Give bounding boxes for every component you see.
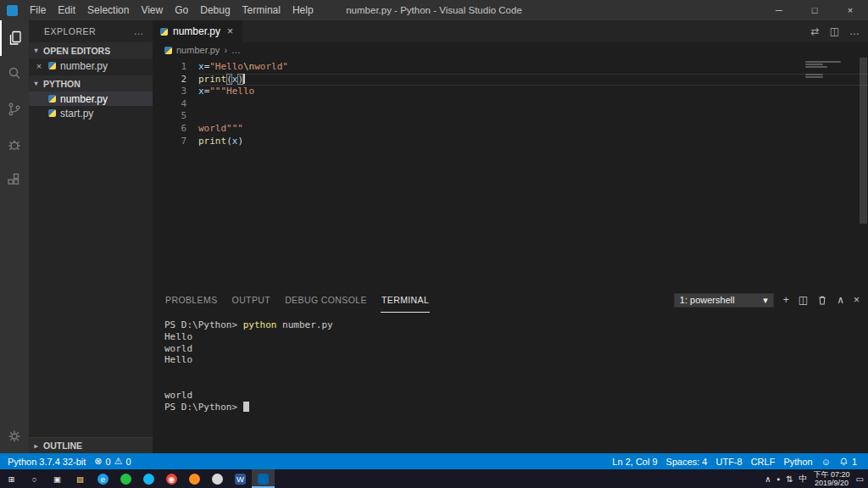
line-number[interactable]: 4 [153, 98, 186, 111]
bell-icon [839, 457, 849, 467]
code-line[interactable]: 5 [153, 110, 868, 123]
split-editor-icon[interactable]: ◫ [830, 25, 839, 37]
code-line[interactable]: 6world""" [153, 123, 868, 136]
search-icon[interactable]: ○ [23, 469, 46, 488]
explorer-actions-icon[interactable]: … [134, 25, 145, 37]
encoding-status[interactable]: UTF-8 [711, 457, 746, 467]
breadcrumb-symbol[interactable]: … [231, 45, 241, 55]
line-content [198, 98, 868, 111]
python-icon [160, 28, 168, 36]
maximize-panel-icon[interactable]: ∧ [837, 294, 844, 306]
menu-debug[interactable]: Debug [194, 0, 236, 20]
file-explorer-icon[interactable]: ▤ [69, 469, 92, 488]
open-editor-item-number-py[interactable]: × number.py [29, 58, 153, 73]
chevron-down-icon: ▾ [763, 295, 768, 306]
line-number[interactable]: 7 [153, 136, 186, 148]
menu-file[interactable]: File [24, 0, 52, 20]
folder-python-header[interactable]: ▾ PYTHON [29, 75, 153, 92]
language-mode-status[interactable]: Python [779, 457, 816, 467]
indentation-status[interactable]: Spaces: 4 [662, 457, 712, 467]
line-number[interactable]: 2 [153, 74, 186, 86]
code-line[interactable]: 2print(x) [153, 74, 868, 86]
line-number[interactable]: 3 [153, 86, 186, 98]
terminal-shell-select[interactable]: 1: powershell ▾ [674, 293, 774, 308]
edge-icon[interactable]: e [92, 469, 114, 488]
notifications-bell[interactable]: 1 [835, 457, 861, 467]
panel-tab-output[interactable]: OUTPUT [231, 287, 272, 313]
menu-view[interactable]: View [135, 0, 169, 20]
blue-app-icon[interactable] [137, 469, 160, 488]
line-number[interactable]: 6 [153, 123, 186, 136]
split-terminal-icon[interactable]: ◫ [798, 294, 808, 306]
file-item-start-py[interactable]: start.py [29, 106, 153, 120]
cursor-position-status[interactable]: Ln 2, Col 9 [608, 457, 661, 467]
python-interpreter-status[interactable]: Python 3.7.4 32-bit [3, 457, 90, 467]
file-item-number-py[interactable]: number.py [29, 92, 153, 106]
tab-number-py[interactable]: number.py × [153, 20, 242, 42]
menu-go[interactable]: Go [169, 0, 194, 20]
eol-status[interactable]: CRLF [747, 457, 780, 467]
line-number[interactable]: 5 [153, 110, 186, 123]
taskbar-clock[interactable]: 下午 07:20 2019/9/20 [814, 470, 850, 487]
code-line[interactable]: 3x="""Hello [153, 86, 868, 98]
more-actions-icon[interactable]: … [849, 25, 860, 37]
line-content: print(x) [198, 74, 868, 86]
menu-edit[interactable]: Edit [52, 0, 81, 20]
minimize-button[interactable]: ─ [761, 0, 797, 20]
code-editor[interactable]: 1x="Hello\nworld"2print(x)3x="""Hello456… [153, 58, 868, 287]
close-panel-icon[interactable]: × [854, 294, 860, 306]
line-number[interactable]: 1 [153, 61, 186, 74]
code-line[interactable]: 4 [153, 98, 868, 111]
search-icon[interactable] [0, 56, 29, 92]
menu-terminal[interactable]: Terminal [236, 0, 287, 20]
problems-status[interactable]: ⊗ 0 ⚠ 0 [90, 456, 135, 467]
panel-tab-problems[interactable]: PROBLEMS [164, 287, 219, 313]
open-editors-header[interactable]: ▾ OPEN EDITORS [29, 42, 153, 58]
code-line[interactable]: 1x="Hello\nworld" [153, 61, 868, 74]
input-method-indicator[interactable]: 中 [799, 473, 808, 485]
code-line[interactable]: 7print(x) [153, 136, 868, 148]
network-icon[interactable]: ⇅ [786, 474, 793, 484]
new-terminal-icon[interactable]: + [783, 294, 789, 306]
firefox-icon[interactable] [183, 469, 206, 488]
panel-tabs: PROBLEMSOUTPUTDEBUG CONSOLETERMINAL [164, 287, 442, 313]
line-content: world""" [198, 123, 868, 136]
tray-chevron-icon[interactable]: ∧ [765, 474, 771, 484]
outline-header[interactable]: ▸ OUTLINE [29, 437, 153, 453]
breadcrumb-file[interactable]: number.py [176, 45, 220, 55]
start-icon[interactable]: ⊞ [0, 469, 23, 488]
minimap[interactable] [805, 61, 854, 79]
line-content: x="""Hello [198, 86, 868, 98]
kill-terminal-icon[interactable] [817, 295, 827, 306]
debug-icon[interactable] [0, 127, 29, 163]
task-view-icon[interactable]: ▣ [46, 469, 69, 488]
editor-scrollbar[interactable] [860, 58, 867, 224]
chrome-icon[interactable]: ◉ [160, 469, 183, 488]
code-lines: 1x="Hello\nworld"2print(x)3x="""Hello456… [153, 61, 868, 147]
tab-close-icon[interactable]: × [227, 25, 233, 37]
outline-label: OUTLINE [43, 441, 82, 451]
explorer-icon[interactable] [0, 20, 29, 56]
panel-tab-terminal[interactable]: TERMINAL [381, 287, 430, 313]
tray-app-icon[interactable]: ▪ [777, 474, 781, 484]
feedback-smiley-icon[interactable]: ☺ [817, 457, 835, 467]
close-button[interactable]: × [832, 0, 868, 20]
action-center-icon[interactable]: ▭ [856, 474, 864, 484]
menu-help[interactable]: Help [287, 0, 320, 20]
settings-gear-icon[interactable] [0, 419, 29, 453]
open-changes-icon[interactable]: ⇄ [811, 25, 820, 37]
close-icon[interactable]: × [34, 61, 44, 71]
terminal[interactable]: PS D:\Python> python number.pyHelloworld… [153, 313, 868, 453]
chevron-down-icon: ▾ [31, 47, 41, 54]
vscode-icon[interactable] [252, 469, 275, 488]
gray-app-icon[interactable] [206, 469, 229, 488]
extensions-icon[interactable] [0, 163, 29, 198]
word-icon[interactable]: W [229, 469, 252, 488]
green-app-icon[interactable] [114, 469, 137, 488]
source-control-icon[interactable] [0, 92, 29, 127]
maximize-button[interactable]: □ [797, 0, 832, 20]
menu-selection[interactable]: Selection [81, 0, 135, 20]
editor-actions: ⇄ ◫ … [811, 20, 868, 42]
panel-actions: 1: powershell ▾ + ◫ ∧ × [674, 293, 860, 308]
panel-tab-debug-console[interactable]: DEBUG CONSOLE [284, 287, 368, 313]
